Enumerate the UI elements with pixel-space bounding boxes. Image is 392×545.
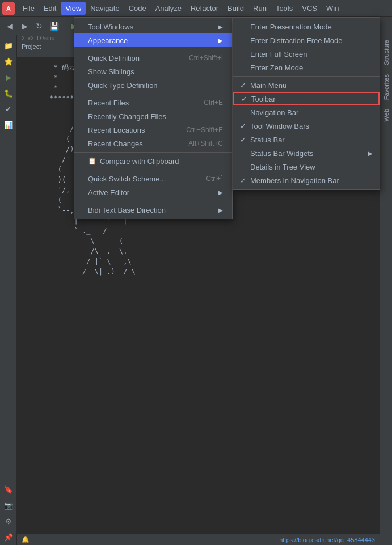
code-line: * * [45, 73, 375, 83]
code-line: ,' `. （ 启动成功！开启学习之旅！ ） [45, 113, 375, 124]
code-line: ****************************************… [45, 93, 375, 103]
code-line: \ ( [45, 236, 375, 246]
divider2 [113, 20, 113, 32]
code-line: / |` \ ,\ [45, 256, 375, 267]
code-line: /) \ = / ( [45, 144, 375, 154]
code-line: | `--' | [45, 216, 375, 226]
sidebar-debug-icon[interactable]: 🐛 [2, 86, 15, 100]
project-subtitle: 2 [v2] D:\siriu [17, 35, 85, 44]
git-icon[interactable]: 📂 [146, 20, 159, 32]
content-area: Project 2 [v2] D:\siriu 2 2 2 * [17, 35, 380, 545]
code-line: /' |--' . \ [45, 154, 375, 164]
status-left: 🔔 [22, 536, 29, 543]
code-line: `-._ / [45, 226, 375, 236]
editor-area[interactable]: * 码云地址 * * * * *************************… [17, 58, 380, 545]
debug-icon[interactable]: 🐛 [82, 20, 95, 32]
left-sidebar: 📁 ⭐ ▶ 🐛 ✔ 📊 🔖 📷 ⚙ 📌 [0, 35, 17, 545]
code-line: _'._ ,------------. [45, 103, 375, 113]
forward-icon[interactable]: ▶ [18, 20, 31, 32]
search-icon[interactable]: 🔍 [117, 20, 129, 32]
sidebar-commit-icon[interactable]: ✔ [2, 102, 15, 116]
menu-edit[interactable]: Edit [39, 2, 61, 15]
status-bar: 🔔 https://blog.csdn.net/qq_45844443 [17, 534, 380, 545]
sidebar-favorites-icon[interactable]: ⭐ [2, 54, 15, 68]
settings-icon[interactable]: ⚙ [132, 20, 144, 32]
sidebar-bookmark-icon[interactable]: 🔖 [2, 483, 15, 496]
code-line: * [45, 83, 375, 93]
menu-navigate[interactable]: Navigate [86, 2, 124, 15]
sidebar-gear-icon[interactable]: ⚙ [2, 514, 15, 528]
code-line: )( `-.,' _.-. [45, 175, 375, 185]
code-line: ( (`-`(-') ) .-.' [45, 134, 375, 144]
code-line: / __)__`\ `-,------------------' [45, 124, 375, 134]
stop-icon[interactable]: ■ [97, 20, 109, 32]
menu-view[interactable]: View [61, 2, 86, 15]
menu-bar: A File Edit View Navigate Code Analyze R… [0, 0, 392, 17]
sidebar-pin-icon[interactable]: 📌 [2, 530, 15, 544]
menu-code[interactable]: Code [124, 2, 151, 15]
menu-analyze[interactable]: Analyze [151, 2, 186, 15]
code-line: (_ `,/,-' ) [45, 195, 375, 205]
sidebar-project-icon[interactable]: 📁 [2, 39, 15, 52]
sidebar-camera-icon[interactable]: 📷 [2, 498, 15, 512]
code-line: ( ,---| `-.)-_ [45, 164, 375, 175]
menu-run[interactable]: Run [248, 2, 271, 15]
code-line: / \| .) / \ [45, 267, 375, 277]
code-line: * 码云地址 * [45, 62, 375, 73]
code-line: '/, ( Uu", [45, 185, 375, 195]
sidebar-run-icon[interactable]: ▶ [2, 70, 15, 84]
right-sidebar-structure[interactable]: Structure [381, 35, 392, 70]
main-layout: 📁 ⭐ ▶ 🐛 ✔ 📊 🔖 📷 ⚙ 📌 Project 2 [v2] D:\si… [0, 35, 392, 545]
code-line: /\ . \. [45, 246, 375, 256]
back-icon[interactable]: ◀ [3, 20, 16, 32]
run-icon[interactable]: ▶ [68, 20, 80, 32]
status-url[interactable]: https://blog.csdn.net/qq_45844443 [279, 536, 375, 543]
menu-refactor[interactable]: Refactor [186, 2, 223, 15]
menu-file[interactable]: File [18, 2, 39, 15]
menu-tools[interactable]: Tools [271, 2, 297, 15]
menu-win[interactable]: Win [322, 2, 343, 15]
refresh-icon[interactable]: ↻ [33, 20, 45, 32]
right-sidebar-web[interactable]: Web [381, 104, 392, 126]
menu-vcs[interactable]: VCS [297, 2, 322, 15]
menu-build[interactable]: Build [223, 2, 248, 15]
save-icon[interactable]: 💾 [48, 20, 60, 32]
sidebar-profiler-icon[interactable]: 📊 [2, 118, 15, 132]
code-line: `--, : `-'/ /`--` [45, 205, 375, 216]
right-sidebar-favorites[interactable]: Favorites [381, 70, 392, 104]
right-sidebar: Structure Favorites Web [380, 35, 392, 545]
toolbar: ◀ ▶ ↻ 💾 ▶ 🐛 ■ 🔍 ⚙ 📂 [0, 17, 392, 35]
divider [64, 20, 64, 32]
app-logo: A [2, 2, 15, 15]
